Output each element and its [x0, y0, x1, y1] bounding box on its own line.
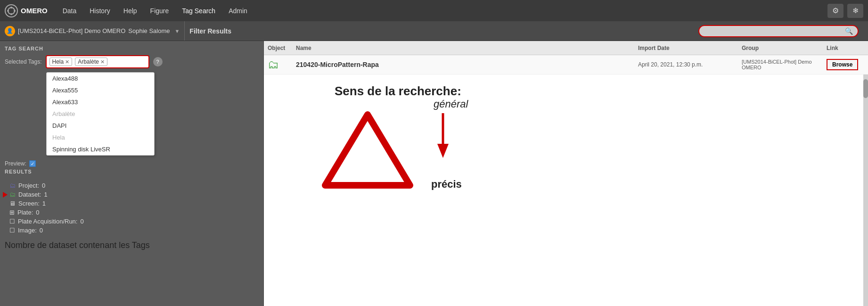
user-info: 👤 [UMS2014-BiCEL-Phot] Demo OMERO Sophie…	[5, 26, 180, 36]
right-panel: Object Name Import Date Group Link 🗂 210…	[264, 41, 868, 306]
row-link: Browse	[827, 59, 864, 70]
row-folder-icon: 🗂	[268, 58, 279, 71]
dataset-label: Dataset:	[18, 191, 41, 198]
selected-tags-label: Selected Tags:	[5, 58, 42, 65]
main-content: TAG SEARCH Selected Tags: Hela ✕ Arbalèt…	[0, 41, 868, 306]
row-date: April 20, 2021, 12:30 p.m.	[638, 61, 742, 68]
table-row: 🗂 210420-MicroPattern-Rapa April 20, 202…	[264, 55, 868, 74]
col-header-name: Name	[296, 45, 638, 51]
results-table-header: Object Name Import Date Group Link	[264, 41, 868, 55]
result-plate: ⊞ Plate: 0	[9, 208, 254, 217]
search-icon: 🔍	[845, 27, 853, 35]
settings-button[interactable]: ⚙	[827, 4, 843, 18]
svg-point-0	[5, 5, 17, 17]
preview-row: Preview: ✓	[5, 160, 259, 167]
svg-point-1	[8, 8, 15, 14]
selected-tags-row: Selected Tags: Hela ✕ Arbalète ✕ ?	[5, 55, 259, 68]
browse-button[interactable]: Browse	[827, 59, 858, 70]
plate-acq-label: Plate Acquisition/Run:	[18, 218, 77, 225]
dataset-count: 1	[44, 191, 47, 198]
nav-tag-search[interactable]: Tag Search	[175, 0, 222, 21]
image-label: Image:	[18, 227, 37, 234]
plate-count: 0	[36, 209, 39, 216]
results-header: RESULTS	[5, 169, 259, 174]
result-plate-acq: ☐ Plate Acquisition/Run: 0	[9, 217, 254, 226]
svg-point-4	[7, 10, 9, 12]
user-label: [UMS2014-BiCEL-Phot] Demo OMERO	[18, 27, 125, 34]
row-name: 210420-MicroPattern-Rapa	[296, 61, 638, 68]
app-logo: OMERO	[5, 4, 48, 17]
user-name: Sophie Salome	[128, 27, 170, 34]
project-icon: 🗂	[9, 182, 16, 189]
tag-search-header: TAG SEARCH	[5, 46, 259, 51]
col-header-group: Group	[742, 45, 827, 51]
svg-point-5	[14, 10, 16, 12]
image-count: 0	[40, 227, 43, 234]
label-precis: précis	[431, 178, 462, 190]
plate-label: Plate:	[17, 209, 33, 216]
tag-hela-remove[interactable]: ✕	[65, 59, 69, 65]
svg-point-2	[10, 7, 12, 8]
annotation-title: Sens de la recherche:	[335, 84, 461, 99]
col-header-import: Import Date	[638, 45, 742, 51]
dropdown-item-hela: Hela	[47, 132, 154, 143]
filter-search-box[interactable]: 🔍	[698, 25, 859, 37]
help-button[interactable]: ?	[153, 57, 163, 66]
tag-arbalete-label: Arbalète	[78, 58, 99, 65]
result-dataset: 🗂 Dataset: 1	[9, 190, 254, 199]
nav-figure[interactable]: Figure	[144, 0, 176, 21]
dataset-icon: 🗂	[9, 191, 16, 198]
nav-help[interactable]: Help	[117, 0, 144, 21]
svg-point-3	[10, 13, 12, 15]
dropdown-item-alexa488[interactable]: Alexa488	[47, 73, 154, 84]
filter-search-input[interactable]	[704, 27, 845, 34]
bottom-annotation: Nombre de dataset contenant les Tags	[5, 240, 259, 250]
svg-marker-9	[437, 144, 449, 158]
screen-icon: 🖥	[9, 200, 16, 207]
nav-data[interactable]: Data	[56, 0, 83, 21]
red-arrow-indicator	[1, 191, 8, 198]
row-group: [UMS2014-BiCEL-Phot] Demo OMERO	[742, 59, 827, 70]
svg-marker-6	[3, 192, 8, 198]
tag-arbalete-remove[interactable]: ✕	[100, 59, 105, 65]
row-icon: 🗂	[268, 58, 296, 71]
user-avatar: 👤	[5, 26, 15, 36]
left-panel: TAG SEARCH Selected Tags: Hela ✕ Arbalèt…	[0, 41, 264, 306]
dropdown-item-arbalete: Arbalète	[47, 108, 154, 120]
result-items-area: 🗂 Project: 0 🗂 Dataset: 1 🖥 Screen: 1 ⊞	[5, 177, 259, 239]
preview-label: Preview:	[5, 160, 26, 167]
tag-arbalete[interactable]: Arbalète ✕	[75, 58, 107, 66]
plate-icon: ⊞	[9, 209, 15, 216]
plate-acq-count: 0	[80, 218, 83, 225]
user-dropdown-arrow[interactable]: ▼	[174, 28, 180, 34]
plate-acq-icon: ☐	[9, 218, 15, 225]
tags-input-box[interactable]: Hela ✕ Arbalète ✕	[46, 55, 149, 68]
top-navigation: OMERO Data History Help Figure Tag Searc…	[0, 0, 868, 21]
project-label: Project:	[18, 182, 39, 189]
subheader: 👤 [UMS2014-BiCEL-Phot] Demo OMERO Sophie…	[0, 21, 868, 41]
dropdown-item-alexa633[interactable]: Alexa633	[47, 96, 154, 108]
svg-marker-7	[325, 115, 410, 185]
result-project: 🗂 Project: 0	[9, 181, 254, 190]
tag-dropdown: Alexa488 Alexa555 Alexa633 Arbalète DAPI…	[46, 72, 155, 156]
app-name: OMERO	[21, 7, 48, 15]
v-scrollbar[interactable]	[863, 74, 868, 306]
dropdown-item-spinning[interactable]: Spinning disk LiveSR	[47, 143, 154, 155]
nav-history[interactable]: History	[83, 0, 117, 21]
dropdown-item-dapi[interactable]: DAPI	[47, 120, 154, 132]
nav-admin[interactable]: Admin	[222, 0, 254, 21]
tag-hela[interactable]: Hela ✕	[49, 58, 73, 66]
project-count: 0	[42, 182, 45, 189]
annotation-overlay: Sens de la recherche: général précis	[264, 74, 868, 306]
screen-label: Screen:	[18, 200, 40, 207]
col-header-link: Link	[827, 45, 864, 51]
tag-hela-label: Hela	[52, 58, 64, 65]
v-scrollbar-thumb[interactable]	[863, 79, 868, 98]
screen-count: 1	[42, 200, 46, 207]
arrow-down-general	[434, 113, 452, 160]
filter-label: Filter Results	[184, 21, 236, 41]
user-menu-button[interactable]: ❄	[847, 4, 863, 18]
preview-checkbox[interactable]: ✓	[29, 160, 36, 167]
dropdown-item-alexa555[interactable]: Alexa555	[47, 84, 154, 96]
image-icon: ☐	[9, 227, 15, 234]
